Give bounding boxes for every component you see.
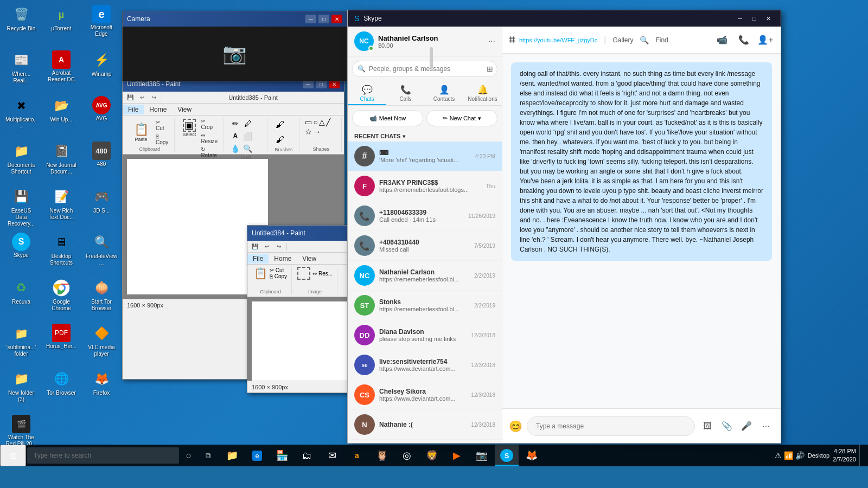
paint-pencil-btn[interactable]: ✏ [229, 118, 241, 130]
paint-2-resize-btn[interactable]: ⇔ Res... [312, 271, 333, 277]
tray-warning-icon[interactable]: ⚠ [775, 451, 782, 460]
gallery-btn[interactable]: Gallery [612, 36, 633, 44]
paint-brush2-btn[interactable]: 🖌 [273, 133, 287, 147]
desktop-icon-horus[interactable]: PDF Horus_Her... [43, 322, 80, 366]
camera-maximize-btn[interactable]: □ [318, 15, 329, 23]
chat-item-phone2[interactable]: 📞 +4064310440 Missed call 7/5/2019 [348, 231, 502, 261]
task-view-btn[interactable]: ⧉ [199, 446, 218, 465]
new-chat-btn[interactable]: ✏ New Chat ▾ [426, 110, 497, 126]
taskbar-app-camera[interactable]: 📷 [470, 445, 494, 466]
camera-minimize-btn[interactable]: ─ [305, 15, 316, 23]
skype-nav-calls[interactable]: 📞 Calls [386, 81, 425, 105]
desktop-icon-recuva[interactable]: ♻ Recuva [3, 276, 40, 320]
paint-2-select-btn[interactable] [297, 267, 310, 280]
taskbar-app-brave[interactable]: 🦁 [420, 445, 444, 466]
desktop-icon-tor-browser[interactable]: 🌐 Tor Browser [43, 367, 80, 412]
taskbar-app-skype[interactable]: S [495, 445, 519, 466]
desktop-icon-vlc[interactable]: 🔶 VLC media player [83, 322, 120, 366]
desktop-icon-subliminal[interactable]: 📁 'sublimina...' folder [3, 322, 40, 366]
paint-picker-btn[interactable]: 💧 [229, 143, 241, 155]
chat-header-link[interactable]: https://youtu.be/WFE_jizgyDc [519, 37, 597, 43]
start-button[interactable]: ⊞ [0, 445, 26, 466]
tray-volume-icon[interactable]: 🔊 [795, 451, 805, 460]
add-participant-btn[interactable]: 👤+ [757, 31, 774, 49]
taskbar-app-store[interactable]: 🏪 [270, 445, 294, 466]
camera-close-btn[interactable]: ✕ [331, 15, 342, 23]
paint-copy-btn[interactable]: ⎘ Copy [154, 133, 170, 146]
paint-2-save-btn[interactable]: 💾 [250, 241, 260, 252]
paint-paste-btn[interactable]: 📋 Paste [129, 118, 153, 146]
paint-2-file-menu[interactable]: File [247, 254, 269, 264]
paint-text-btn[interactable]: A [229, 130, 241, 142]
skype-apps-btn[interactable]: ⊞ [487, 65, 493, 73]
paint-undo-btn[interactable]: ↩ [137, 92, 148, 103]
taskbar-app-tripadvisor[interactable]: 🦉 [370, 445, 394, 466]
shape-arrow[interactable]: → [313, 127, 321, 136]
shape-tri[interactable]: △ [319, 118, 325, 126]
chat-item-stonks[interactable]: ST Stonks https://rememeberlessfool.bl..… [348, 291, 502, 320]
paint-home-menu[interactable]: Home [144, 105, 172, 114]
desktop-icon-freefileview[interactable]: 🔍 FreeFileView... [83, 230, 120, 275]
show-desktop-btn[interactable] [859, 445, 863, 466]
paint-brush1-btn[interactable]: 🖌 [273, 118, 287, 132]
tray-network-icon[interactable]: 📶 [784, 451, 793, 460]
desktop-icon-new-journal[interactable]: 📓 New Journal Docum... [43, 139, 80, 184]
taskbar-app-mail[interactable]: ✉ [320, 445, 344, 466]
desktop-icon-new-folder[interactable]: 📁 New folder (3) [3, 367, 40, 412]
shape-line[interactable]: ╱ [326, 118, 330, 126]
chat-message-input[interactable] [527, 416, 695, 436]
taskbar-app-vlc[interactable]: ▶ [445, 445, 469, 466]
desktop-icon-desktop-shortcuts[interactable]: 🖥 Desktop Shortcuts [43, 230, 80, 275]
taskbar-app-file-manager[interactable]: 🗂 [295, 445, 319, 466]
paint-cut-btn[interactable]: ✂ Cut [154, 119, 170, 132]
taskbar-app-file-explorer[interactable]: 📁 [220, 445, 244, 466]
desktop-icon-win-up[interactable]: 📂 Win Up... [43, 94, 80, 138]
paint-select-btn[interactable]: ▣ Select [180, 118, 198, 159]
chat-item-diana[interactable]: DD Diana Davison please stop sending me … [348, 320, 502, 350]
desktop-icon-avg[interactable]: AVG AVG [83, 94, 120, 138]
meet-now-btn[interactable]: 📹 Meet Now [352, 110, 423, 126]
desktop-icon-acrobat[interactable]: A Acrobat Reader DC [43, 48, 80, 93]
paint-rotate-btn[interactable]: ↻ Rotate [199, 146, 219, 159]
chat-item-active[interactable]: # ⌨ 'More 'shit' 'regarding 'situati... … [348, 142, 502, 171]
paint-2-redo-btn[interactable]: ↪ [273, 241, 284, 252]
cortana-btn[interactable]: ○ [179, 446, 199, 465]
desktop-icon-new-rich-text[interactable]: 📝 New Rich Text Doc... [43, 185, 80, 229]
audio-call-btn[interactable]: 📞 [735, 31, 752, 49]
image-attach-btn[interactable]: 🖼 [699, 418, 716, 434]
skype-nav-notifications[interactable]: 🔔 Notifications [463, 81, 502, 105]
taskbar-app-edge[interactable]: e [245, 445, 269, 466]
chat-item-nathaniel[interactable]: NC Nathaniel Carlson https://rememeberle… [348, 261, 502, 291]
skype-nav-chats[interactable]: 💬 Chats [348, 81, 386, 105]
paint-2-undo-btn[interactable]: ↩ [261, 241, 272, 252]
desktop-icon-start-tor[interactable]: 🧅 Start Tor Browser [83, 276, 120, 320]
chat-item-phone1[interactable]: 📞 +118004633339 Call ended · 14m 11s 11/… [348, 201, 502, 231]
desktop-icon-microsoft-edge[interactable]: e Microsoft Edge [83, 3, 120, 47]
desktop-icon-utorrent[interactable]: µ µTorrent [43, 3, 80, 47]
paint-file-menu[interactable]: File [123, 105, 144, 114]
desktop-icon-multiplication[interactable]: ✖ Multiplicatio... [3, 94, 40, 138]
skype-maximize-btn[interactable]: □ [748, 12, 760, 24]
desktop-icon-480[interactable]: 480 480 [83, 139, 120, 184]
file-attach-btn[interactable]: 📎 [719, 418, 735, 434]
more-options-chat-btn[interactable]: ··· [758, 418, 774, 434]
video-call-btn[interactable]: 📹 [713, 31, 731, 49]
chat-item-nathanie-sad[interactable]: N Nathanie :( 12/3/2018 [348, 410, 502, 440]
desktop-icon-skype[interactable]: S Skype [3, 230, 40, 275]
chat-scrollbar[interactable] [429, 47, 433, 427]
skype-more-options-btn[interactable]: ··· [488, 36, 495, 46]
audio-msg-btn[interactable]: 🎤 [738, 418, 755, 434]
find-btn[interactable]: Find [655, 36, 668, 44]
paint-fill-btn[interactable]: 🖊 [242, 118, 254, 130]
skype-search-input[interactable] [352, 61, 497, 77]
paint-2-cut-btn[interactable]: ✂ Cut⎘ Copy [270, 267, 287, 279]
taskbar-search-input[interactable] [27, 447, 179, 464]
skype-minimize-btn[interactable]: ─ [734, 12, 746, 24]
desktop-icon-winamp[interactable]: ⚡ Winamp [83, 48, 120, 93]
paint-crop-btn[interactable]: ✂ Crop [199, 118, 219, 131]
taskbar-app-origin[interactable]: ◎ [395, 445, 419, 466]
paint-zoom-btn[interactable]: 🔍 [242, 143, 254, 155]
taskbar-app-amazon[interactable]: a [345, 445, 369, 466]
desktop-icon-easus[interactable]: 💾 EaseUS Data Recovery... [3, 185, 40, 229]
paint-2-home-menu[interactable]: Home [269, 254, 297, 264]
